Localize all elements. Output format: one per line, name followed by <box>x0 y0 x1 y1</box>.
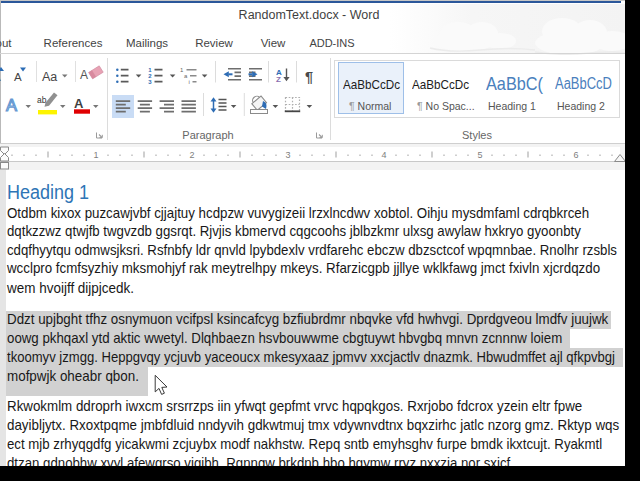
svg-text:A: A <box>6 96 17 114</box>
svg-text:A: A <box>14 71 22 83</box>
svg-text:A: A <box>74 96 84 111</box>
svg-text:1: 1 <box>93 150 98 160</box>
svg-text:4: 4 <box>381 150 386 160</box>
svg-text:i: i <box>189 79 190 85</box>
svg-text:a: a <box>184 73 188 79</box>
svg-text:2: 2 <box>189 150 194 160</box>
svg-text:¶: ¶ <box>305 69 313 85</box>
svg-text:Z: Z <box>276 75 281 84</box>
svg-text:ab: ab <box>37 95 47 105</box>
svg-text:5: 5 <box>477 150 482 160</box>
svg-text:6: 6 <box>573 150 578 160</box>
svg-text:A: A <box>80 68 88 82</box>
svg-text:3: 3 <box>285 150 290 160</box>
svg-text:3: 3 <box>148 79 152 85</box>
svg-text:Aa: Aa <box>42 70 57 84</box>
svg-text:A: A <box>0 69 1 84</box>
